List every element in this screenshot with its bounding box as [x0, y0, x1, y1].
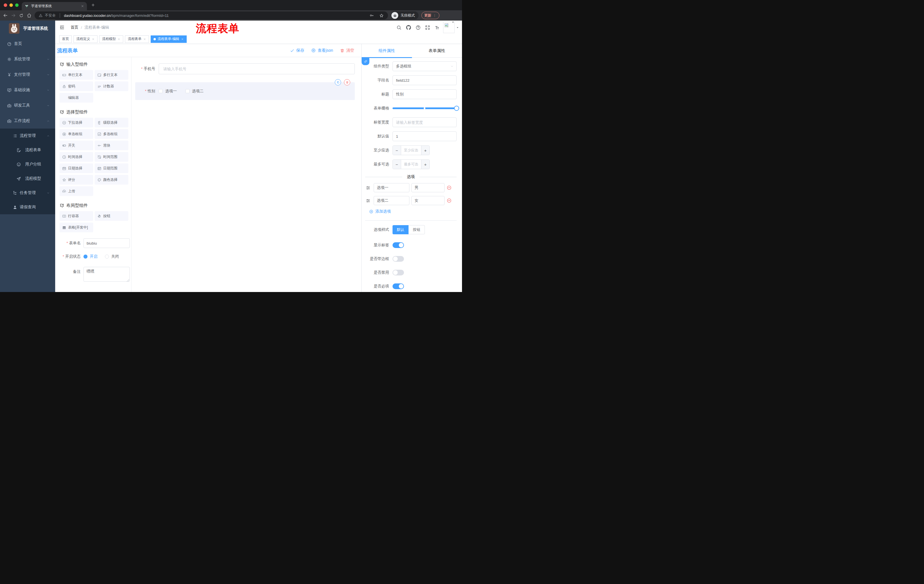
close-icon[interactable] [92, 38, 95, 41]
sidebar-item-task-mgmt[interactable]: 任务管理 [0, 186, 55, 200]
breadcrumb-home[interactable]: 首页 [71, 25, 78, 30]
status-radio-off[interactable]: 关闭 [105, 254, 119, 259]
close-window-button[interactable] [4, 3, 7, 7]
slider-track[interactable] [393, 107, 457, 109]
password-key-icon[interactable] [370, 13, 374, 18]
palette-item-switch[interactable]: 开关 [59, 141, 93, 150]
with-border-toggle[interactable] [393, 256, 404, 262]
update-browser-button[interactable]: 更新 [421, 12, 439, 19]
remove-option-icon[interactable] [447, 185, 452, 190]
status-radio-on[interactable]: 开启 [84, 254, 97, 259]
stepper-minus-button[interactable]: − [393, 160, 401, 169]
tag-process-model[interactable]: 流程模型 [99, 35, 123, 43]
tag-process-form-edit[interactable]: 流程表单-编辑 [151, 35, 187, 43]
drag-handle-icon[interactable] [366, 198, 371, 203]
new-tab-button[interactable] [91, 3, 95, 7]
browser-tab[interactable]: 芋道管理系统 [22, 2, 87, 10]
palette-item-button[interactable]: 按钮 [95, 211, 129, 221]
maximize-window-button[interactable] [15, 3, 18, 7]
palette-item-time-range[interactable]: 时间范围 [95, 152, 129, 162]
palette-item-rate[interactable]: 评分 [59, 175, 93, 184]
label-width-input[interactable] [393, 117, 457, 127]
tag-process-form[interactable]: 流程表单 [125, 35, 149, 43]
gender-checkbox-option2[interactable]: 选项二 [186, 89, 204, 94]
view-json-button[interactable]: 查看json [311, 48, 333, 53]
url-bar[interactable]: 不安全 dashboard.yudao.iocoder.cn/bpm/manag… [35, 12, 388, 20]
close-icon[interactable] [117, 38, 120, 41]
sidebar-item-devtools[interactable]: 研发工具 [0, 98, 55, 113]
sidebar-item-process-model[interactable]: 流程模型 [0, 171, 55, 186]
component-type-select[interactable] [393, 61, 457, 71]
stepper-placeholder[interactable]: 最多可选 [401, 160, 421, 169]
add-option-button[interactable]: 添加选项 [369, 209, 457, 214]
required-toggle[interactable] [393, 283, 404, 289]
sidebar-item-leave-query[interactable]: 请假查询 [0, 200, 55, 214]
close-tab-icon[interactable] [81, 5, 84, 8]
back-icon[interactable] [3, 13, 8, 18]
sidebar-item-process-mgmt[interactable]: 流程管理 [0, 128, 55, 143]
sidebar-logo[interactable]: 芋道管理系统 [0, 21, 55, 36]
palette-item-password[interactable]: 密码 [59, 81, 93, 91]
option-label-input[interactable] [374, 196, 409, 205]
form-canvas[interactable]: 手机号 性别 选项一 [132, 57, 361, 292]
canvas-field-gender-selected[interactable]: 性别 选项一 选项二 [135, 82, 355, 100]
tag-home[interactable]: 首页 [59, 35, 72, 43]
data-binding-tag[interactable] [361, 58, 370, 65]
stepper-minus-button[interactable]: − [393, 146, 401, 155]
palette-item-select[interactable]: 下拉选择 [59, 118, 93, 127]
form-name-input[interactable] [84, 238, 130, 248]
bookmark-star-icon[interactable] [379, 13, 384, 18]
sidebar-item-system[interactable]: 系统管理 [0, 51, 55, 67]
palette-item-single-text[interactable]: 单行文本 [59, 70, 93, 80]
clear-button[interactable]: 清空 [340, 48, 354, 53]
close-icon[interactable] [181, 38, 184, 41]
gender-checkbox-option1[interactable]: 选项一 [159, 89, 177, 94]
sidebar-item-workflow[interactable]: 工作流程 [0, 113, 55, 128]
search-icon[interactable] [396, 25, 402, 30]
sidebar-item-payment[interactable]: 支付管理 [0, 67, 55, 82]
sidebar-item-user-group[interactable]: 用户分组 [0, 157, 55, 171]
style-button-button[interactable]: 按钮 [409, 225, 425, 234]
top-right-caret-icon[interactable] [451, 21, 455, 24]
field-name-input[interactable] [393, 76, 457, 85]
component-type-value[interactable] [393, 61, 457, 71]
checkbox[interactable] [159, 89, 163, 93]
form-remark-textarea[interactable]: 嘿嘿 [84, 267, 130, 282]
palette-item-table[interactable]: 表格[开发中] [59, 222, 93, 232]
palette-item-time-picker[interactable]: 时间选择 [59, 152, 93, 162]
save-button[interactable]: 保存 [290, 48, 304, 53]
tab-form-props[interactable]: 表单属性 [412, 44, 462, 58]
fullscreen-icon[interactable] [425, 25, 430, 30]
forward-icon[interactable] [11, 13, 16, 18]
default-value-input[interactable] [393, 132, 457, 141]
sidebar-fold-icon[interactable] [59, 25, 65, 30]
remove-option-icon[interactable] [447, 198, 452, 203]
sidebar-item-process-form[interactable]: 流程表单 [0, 143, 55, 157]
phone-input[interactable] [159, 63, 355, 74]
palette-item-upload[interactable]: 上传 [59, 186, 93, 196]
help-icon[interactable] [416, 25, 421, 30]
github-icon[interactable] [406, 25, 411, 30]
palette-item-row-container[interactable]: 行容器 [59, 211, 93, 221]
show-label-toggle[interactable] [393, 242, 404, 248]
title-input[interactable] [393, 89, 457, 99]
palette-item-checkbox-group[interactable]: 多选框组 [95, 129, 129, 139]
option-value-input[interactable] [411, 196, 445, 205]
tag-process-definition[interactable]: 流程定义 [73, 35, 97, 43]
resize-grip[interactable] [127, 279, 129, 282]
font-size-icon[interactable] [434, 25, 440, 30]
palette-item-date-range[interactable]: 日期范围 [95, 163, 129, 173]
stepper-plus-button[interactable]: + [421, 146, 429, 155]
disabled-toggle[interactable] [393, 270, 404, 275]
palette-item-counter[interactable]: 计数器 [95, 81, 129, 91]
palette-item-editor[interactable]: 编辑器 [59, 93, 93, 102]
option-value-input[interactable] [411, 183, 445, 192]
canvas-field-phone[interactable]: 手机号 [135, 63, 355, 74]
stepper-plus-button[interactable]: + [421, 160, 429, 169]
palette-item-radio-group[interactable]: 单选框组 [59, 129, 93, 139]
grid-slider[interactable] [393, 104, 457, 113]
tab-component-props[interactable]: 组件属性 [361, 44, 412, 58]
palette-item-date-picker[interactable]: 日期选择 [59, 163, 93, 173]
stepper-placeholder[interactable]: 至少应选 [401, 146, 421, 155]
sidebar-item-infra[interactable]: 基础设施 [0, 82, 55, 98]
